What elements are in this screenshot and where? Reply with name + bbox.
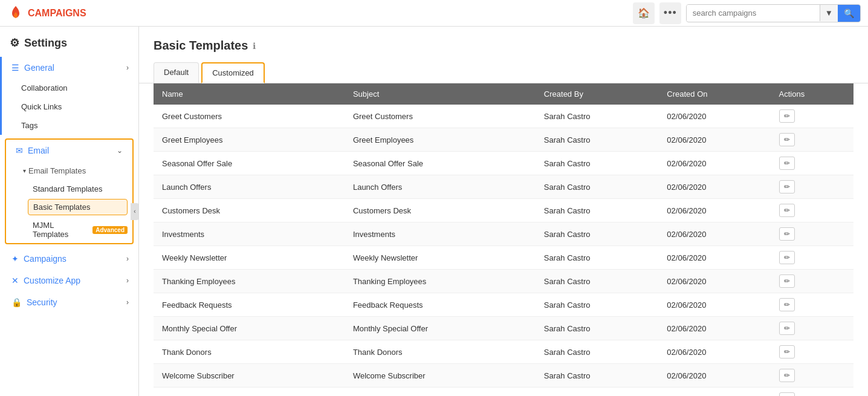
sidebar-link-standard-templates[interactable]: Standard Templates [6, 180, 132, 198]
cell-created-by: Sarah Castro [536, 293, 658, 317]
sidebar-campaigns-label: Campaigns [24, 254, 66, 264]
sidebar-link-basic-templates[interactable]: Basic Templates [28, 199, 128, 215]
sidebar-general-label: General [24, 63, 54, 73]
edit-button[interactable]: ✏ [779, 369, 795, 382]
cell-created-by: Sarah Castro [536, 317, 658, 340]
edit-button[interactable]: ✏ [779, 133, 795, 146]
sidebar-section-security: 🔒 Security › [0, 291, 138, 313]
edit-button[interactable]: ✏ [779, 345, 795, 359]
cell-subject: Seasonal Offer Sale [345, 152, 536, 175]
cell-created-on: 02/06/2020 [658, 222, 770, 246]
sidebar-section-campaigns: ✦ Campaigns › [0, 248, 138, 270]
cell-name: Greet Customers [154, 105, 345, 128]
table-header: Name Subject Created By Created On Actio… [154, 83, 853, 105]
edit-button[interactable]: ✏ [779, 204, 795, 217]
sidebar: ⚙ Settings ☰ General › Collaboration Qui… [0, 27, 139, 396]
cell-created-by: Sarah Castro [536, 246, 658, 270]
sidebar-section-header-general[interactable]: ☰ General › [2, 57, 138, 79]
sidebar-section-header-email[interactable]: ✉ Email ⌄ [6, 140, 132, 161]
chevron-down-icon: ▼ [825, 8, 833, 18]
email-templates-label: Email Templates [28, 166, 86, 175]
table-row: Launch Offers Launch Offers Sarah Castro… [154, 175, 853, 199]
cell-created-by: Sarah Castro [536, 364, 658, 388]
sidebar-section-header-campaigns[interactable]: ✦ Campaigns › [2, 248, 138, 270]
brand-logo[interactable]: CAMPAIGNS [7, 5, 86, 22]
col-created-by: Created By [536, 83, 658, 105]
list-icon: ☰ [11, 63, 19, 73]
edit-button[interactable]: ✏ [779, 322, 795, 335]
table-row: Weekly Newsletter Weekly Newsletter Sara… [154, 246, 853, 270]
edit-button[interactable]: ✏ [779, 157, 795, 170]
cell-subject: Greet Customers [345, 105, 536, 128]
cell-subject: Feedback Requests [345, 293, 536, 317]
cell-subject: Monthly Special Offer [345, 317, 536, 340]
sidebar-link-collaboration[interactable]: Collaboration [2, 79, 138, 97]
sidebar-section-header-customize[interactable]: ✕ Customize App › [2, 270, 138, 291]
cell-name: Thanking Employees [154, 270, 345, 293]
cell-created-by: Sarah Castro [536, 152, 658, 175]
cell-actions: ✏ [771, 364, 853, 388]
edit-button[interactable]: ✏ [779, 109, 795, 123]
edit-button[interactable]: ✏ [779, 180, 795, 193]
table-row: Investments Investments Sarah Castro 02/… [154, 222, 853, 246]
cell-name: Seasonal Offer Sale [154, 152, 345, 175]
more-icon: ••• [664, 7, 677, 19]
sidebar-link-tags[interactable]: Tags [2, 116, 138, 135]
page-title: Basic Templates [154, 39, 248, 53]
cell-actions: ✏ [771, 317, 853, 340]
tab-default[interactable]: Default [154, 62, 199, 83]
cell-created-on: 02/06/2020 [658, 293, 770, 317]
edit-button[interactable]: ✏ [779, 298, 795, 311]
cell-created-on: 02/06/2020 [658, 388, 770, 397]
search-dropdown-button[interactable]: ▼ [820, 5, 838, 21]
search-input[interactable] [687, 5, 820, 21]
tab-customized[interactable]: Customized [201, 62, 265, 83]
chevron-right-campaigns-icon: › [126, 255, 129, 263]
cell-subject: Welcome Subscriber [345, 364, 536, 388]
edit-button[interactable]: ✏ [779, 392, 795, 396]
cell-actions: ✏ [771, 388, 853, 397]
info-icon: ℹ [253, 41, 256, 51]
brand-label: CAMPAIGNS [28, 8, 86, 19]
cell-created-on: 02/06/2020 [658, 175, 770, 199]
edit-button[interactable]: ✏ [779, 251, 795, 264]
sidebar-section-customize: ✕ Customize App › [0, 270, 138, 291]
sidebar-email-label: Email [28, 146, 49, 155]
campaigns-icon: ✦ [11, 254, 19, 264]
sidebar-title: ⚙ Settings [0, 36, 138, 57]
table-row: Seasonal Offer Sale Seasonal Offer Sale … [154, 152, 853, 175]
templates-table: Name Subject Created By Created On Actio… [154, 83, 853, 396]
table-row: Greet Customers Greet Customers Sarah Ca… [154, 105, 853, 128]
table-row: Thanking Employees Thanking Employees Sa… [154, 270, 853, 293]
sidebar-section-header-security[interactable]: 🔒 Security › [2, 291, 138, 313]
cell-created-by: Sarah Castro [536, 340, 658, 364]
cell-name: Customers Desk [154, 199, 345, 222]
cell-actions: ✏ [771, 105, 853, 128]
col-subject: Subject [345, 83, 536, 105]
sidebar-security-label: Security [27, 297, 57, 307]
cell-subject: Thank Donors [345, 340, 536, 364]
edit-button[interactable]: ✏ [779, 274, 795, 288]
cell-name: Monthly Special Offer [154, 317, 345, 340]
cell-created-on: 02/06/2020 [658, 270, 770, 293]
customize-icon: ✕ [11, 276, 19, 285]
chevron-down-email-icon: ⌄ [117, 146, 123, 155]
edit-button[interactable]: ✏ [779, 227, 795, 241]
cell-created-on: 02/06/2020 [658, 340, 770, 364]
table-row: Customers Desk Customers Desk Sarah Cast… [154, 199, 853, 222]
more-button[interactable]: ••• [659, 2, 681, 24]
cell-actions: ✏ [771, 152, 853, 175]
sidebar-link-mjml-templates[interactable]: MJML Templates [33, 221, 89, 239]
cell-actions: ✏ [771, 293, 853, 317]
table-body: Greet Customers Greet Customers Sarah Ca… [154, 105, 853, 396]
sidebar-collapse-handle[interactable]: ‹ [131, 203, 139, 220]
advanced-badge: Advanced [92, 226, 128, 234]
cell-created-by: Sarah Castro [536, 175, 658, 199]
cell-created-on: 02/06/2020 [658, 246, 770, 270]
cell-actions: ✏ [771, 222, 853, 246]
home-button[interactable]: 🏠 [633, 2, 655, 24]
sidebar-link-quick-links[interactable]: Quick Links [2, 97, 138, 116]
cell-name: New Subscriber [154, 388, 345, 397]
table-row: Greet Employees Greet Employees Sarah Ca… [154, 128, 853, 152]
search-button[interactable]: 🔍 [838, 5, 860, 22]
